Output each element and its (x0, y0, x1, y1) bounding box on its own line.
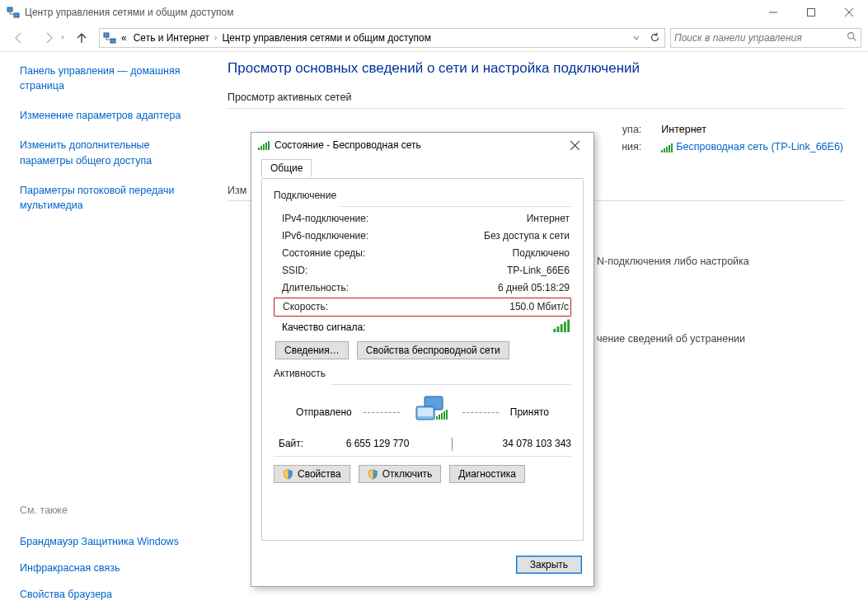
netshare-icon (7, 6, 20, 19)
access-type-label: упа: (592, 121, 641, 138)
svg-rect-0 (7, 7, 12, 12)
addressbar-dropdown[interactable] (628, 29, 645, 47)
sidebar-item-streaming[interactable]: Параметры потоковой передачи мультимедиа (20, 183, 199, 213)
access-type-value: Интернет (648, 121, 706, 138)
svg-rect-18 (443, 411, 445, 420)
bytes-label: Байт: (279, 438, 303, 451)
forward-button[interactable] (36, 26, 61, 50)
wireless-properties-button[interactable]: Свойства беспроводной сети (357, 341, 509, 359)
wifi-status-dialog: Состояние - Беспроводная сеть Общие Подк… (251, 132, 594, 587)
active-networks-title: Просмотр активных сетей (228, 92, 845, 103)
connection-name: Беспроводная сеть (TP-Link_66E6) (676, 138, 843, 156)
see-also-heading: См. также (20, 504, 199, 519)
search-icon (847, 31, 857, 45)
window-title: Центр управления сетями и общим доступом (25, 7, 754, 18)
partial-text: N-подключения либо настройка (597, 256, 749, 267)
search-input[interactable] (674, 32, 847, 44)
received-label: Принято (510, 406, 549, 418)
ipv4-value: Интернет (527, 210, 570, 228)
close-button[interactable] (830, 0, 868, 24)
partial-text: чение сведений об устранении (597, 333, 745, 345)
ssid-value: TP-Link_66E6 (507, 262, 570, 279)
bytes-sent-value: 6 655 129 770 (346, 438, 410, 451)
window-titlebar: Центр управления сетями и общим доступом (0, 0, 868, 24)
dialog-title: Состояние - Беспроводная сеть (274, 139, 557, 151)
media-state-value: Подключено (513, 245, 570, 262)
dialog-close-button[interactable] (557, 134, 592, 157)
signal-quality-icon (553, 318, 570, 332)
svg-point-8 (848, 32, 854, 38)
toolbar: ▾ « Сеть и Интернет › Центр управления с… (0, 24, 868, 52)
media-state-label: Состояние среды: (282, 245, 365, 262)
up-button[interactable] (69, 26, 94, 50)
sidebar-item-sharing-settings[interactable]: Изменить дополнительные параметры общего… (20, 138, 199, 167)
duration-label: Длительность: (282, 279, 349, 297)
svg-line-9 (853, 38, 856, 40)
breadcrumb-item[interactable]: Сеть и Интернет (132, 32, 211, 44)
properties-button[interactable]: Свойства (274, 465, 350, 483)
back-button[interactable] (7, 26, 31, 50)
breadcrumb-item[interactable]: Центр управления сетями и общим доступом (220, 32, 433, 44)
shield-icon (283, 469, 293, 480)
chevron-right-icon: › (214, 33, 217, 42)
svg-rect-17 (441, 413, 443, 420)
svg-rect-16 (439, 415, 440, 420)
speed-value: 150.0 Мбит/с (509, 298, 569, 316)
tab-general[interactable]: Общие (261, 159, 312, 177)
computers-icon (411, 395, 451, 429)
svg-rect-1 (14, 13, 19, 17)
addressbar[interactable]: « Сеть и Интернет › Центр управления сет… (99, 28, 665, 48)
ipv4-label: IPv4-подключение: (282, 210, 368, 228)
svg-rect-7 (110, 39, 115, 43)
ssid-label: SSID: (282, 262, 307, 279)
disable-button[interactable]: Отключить (359, 465, 442, 483)
activity-legend: Активность (274, 368, 571, 379)
close-dialog-button[interactable]: Закрыть (516, 556, 582, 574)
minimize-button[interactable] (754, 0, 792, 24)
bytes-received-value: 34 078 103 343 (503, 438, 571, 451)
sidebar: Панель управления — домашняя страница Из… (0, 52, 213, 610)
tabstrip: Общие (261, 159, 584, 179)
refresh-button[interactable] (646, 29, 663, 47)
page-heading: Просмотр основных сведений о сети и наст… (228, 60, 845, 77)
signal-quality-label: Качество сигнала: (282, 321, 365, 333)
sidebar-item-firewall[interactable]: Брандмауэр Защитника Windows (20, 534, 199, 549)
svg-rect-15 (436, 416, 438, 420)
breadcrumb-prefix: « (120, 32, 129, 44)
diagnostics-button[interactable]: Диагностика (449, 465, 525, 483)
svg-rect-6 (104, 33, 109, 37)
svg-rect-3 (808, 8, 815, 16)
history-dropdown[interactable]: ▾ (61, 34, 64, 41)
wireless-connection-link[interactable]: Беспроводная сеть (TP-Link_66E6) (648, 138, 843, 156)
shield-icon (368, 469, 378, 480)
svg-rect-14 (418, 408, 433, 416)
ipv6-value: Без доступа к сети (484, 228, 570, 245)
duration-value: 6 дней 05:18:29 (498, 279, 570, 297)
svg-rect-19 (446, 410, 448, 420)
sidebar-item-adapter-settings[interactable]: Изменение параметров адаптера (20, 108, 199, 123)
dialog-titlebar[interactable]: Состояние - Беспроводная сеть (251, 133, 594, 157)
sidebar-item-infrared[interactable]: Инфракрасная связь (20, 561, 199, 575)
sidebar-home[interactable]: Панель управления — домашняя страница (20, 63, 199, 93)
signal-icon (661, 143, 673, 152)
maximize-button[interactable] (792, 0, 830, 24)
signal-icon (258, 140, 270, 150)
details-button[interactable]: Сведения… (275, 341, 349, 359)
connection-legend: Подключение (274, 190, 571, 201)
sidebar-item-browser-props[interactable]: Свойства браузера (20, 587, 199, 602)
search-box[interactable] (670, 28, 861, 48)
speed-label: Скорость: (283, 298, 328, 316)
ipv6-label: IPv6-подключение: (282, 228, 368, 245)
connections-label: ния: (592, 138, 641, 156)
netshare-icon (103, 31, 116, 45)
sent-label: Отправлено (296, 406, 352, 418)
